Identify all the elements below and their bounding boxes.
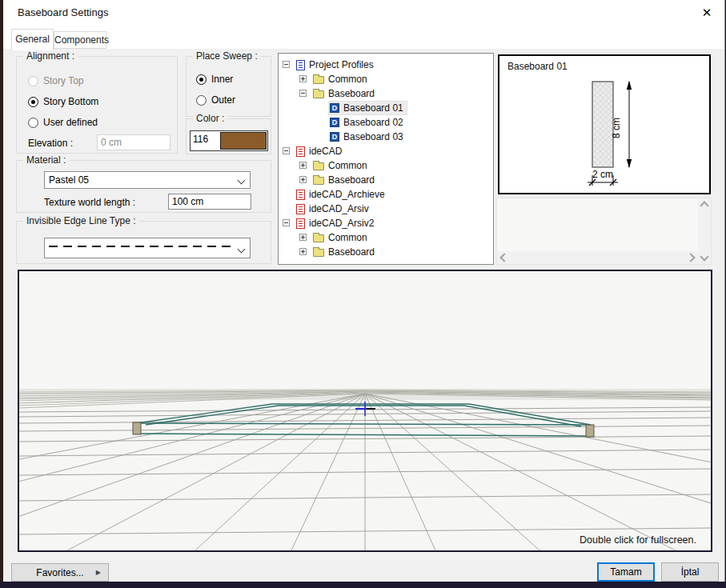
tree-item[interactable]: Common	[279, 158, 493, 173]
width-dim-label: 2 cm	[592, 169, 613, 180]
tree-item[interactable]: ideCAD	[279, 144, 493, 158]
tree-item-content[interactable]: ideCAD_Archieve	[295, 188, 388, 201]
close-icon: ✕	[702, 6, 712, 19]
tree-item-content[interactable]: Common	[312, 73, 371, 86]
tree-item[interactable]: ideCAD_Archieve	[279, 187, 493, 202]
tree-item-label: Baseboard 03	[343, 131, 403, 142]
elevation-input[interactable]: 0 cm	[97, 134, 170, 150]
scroll-down-icon[interactable]	[700, 252, 708, 261]
tree-item[interactable]: Project Profiles	[279, 58, 493, 72]
favorites-label: Favorites...	[36, 567, 83, 578]
close-button[interactable]: ✕	[699, 5, 715, 21]
collapse-icon[interactable]	[283, 147, 290, 154]
tree-item-content[interactable]: ideCAD_Arsiv2	[295, 217, 377, 230]
tree-item[interactable]: Baseboard	[279, 245, 493, 259]
material-select[interactable]: Pastel 05	[44, 171, 251, 189]
baseboard-settings-dialog: Baseboard Settings ✕ General Components …	[3, 0, 725, 582]
expand-icon[interactable]	[299, 75, 307, 82]
tree-item-content[interactable]: ideCAD_Arsiv	[295, 202, 372, 215]
scroll-left-icon[interactable]	[499, 253, 508, 262]
scroll-right-icon[interactable]	[686, 253, 695, 262]
section-preview-panel: Baseboard 01 8 cm 2 cm	[498, 54, 711, 194]
material-group: Material : Pastel 05 Texture world lengt…	[16, 160, 271, 213]
tree-item-content[interactable]: DBaseboard 02	[329, 116, 407, 129]
folder-icon	[313, 76, 324, 84]
color-swatch[interactable]	[220, 132, 267, 150]
color-legend: Color :	[193, 113, 227, 124]
fullscreen-hint: Double click for fullscreen.	[580, 534, 696, 546]
radio-label: Outer	[211, 94, 235, 106]
radio-user-defined[interactable]: User defined	[28, 116, 98, 129]
dashed-line-pattern-icon	[49, 246, 231, 247]
radio-label: Inner	[211, 74, 233, 85]
tree-item-content[interactable]: Baseboard	[312, 174, 378, 186]
tree-item-label: Baseboard 01	[343, 102, 403, 114]
color-group: Color : 116	[186, 118, 271, 154]
preview-scroll-area	[496, 198, 712, 265]
invisible-edge-group: Invisible Edge Line Type :	[16, 221, 271, 264]
radio-inner[interactable]: Inner	[196, 73, 233, 86]
radio-outer[interactable]: Outer	[196, 94, 235, 106]
expand-icon[interactable]	[299, 176, 307, 183]
tree-item-label: ideCAD	[309, 146, 342, 157]
collapse-icon[interactable]	[283, 61, 290, 68]
collapse-icon[interactable]	[283, 219, 290, 226]
tree-item-label: Baseboard 02	[343, 117, 403, 128]
expand-icon[interactable]	[299, 234, 307, 241]
expand-icon[interactable]	[299, 162, 307, 169]
tree-item[interactable]: Baseboard	[279, 86, 493, 101]
radio-label: Story Top	[43, 75, 83, 86]
chevron-down-icon	[238, 246, 246, 254]
document-red-icon	[296, 204, 305, 214]
tree-item-content[interactable]: Project Profiles	[295, 58, 377, 71]
alignment-legend: Alignment :	[23, 50, 78, 62]
title-bar: Baseboard Settings ✕	[3, 0, 724, 50]
line-type-select[interactable]	[44, 238, 251, 258]
tree-item-content[interactable]: Baseboard	[312, 87, 378, 100]
tree-item-content[interactable]: Common	[312, 159, 371, 172]
invisible-edge-legend: Invisible Edge Line Type :	[23, 215, 139, 226]
profile-tree-items: Project ProfilesCommonBaseboardDBaseboar…	[279, 58, 493, 259]
tree-item[interactable]: DBaseboard 03	[279, 130, 493, 144]
radio-label: Story Bottom	[43, 96, 98, 107]
tree-item[interactable]: Common	[279, 230, 493, 245]
tree-item[interactable]: DBaseboard 02	[279, 115, 493, 130]
favorites-button[interactable]: Favorites... ▶	[11, 563, 109, 582]
horizontal-scrollbar[interactable]	[497, 251, 698, 264]
cancel-button[interactable]: İptal	[661, 562, 719, 582]
tree-item-content[interactable]: DBaseboard 03	[329, 130, 407, 143]
tab-components[interactable]: Components	[54, 31, 106, 49]
scroll-up-icon[interactable]	[700, 201, 708, 210]
elevation-label: Elevation :	[28, 138, 73, 149]
folder-icon	[313, 90, 324, 98]
tree-item[interactable]: Baseboard	[279, 173, 493, 187]
folder-icon	[313, 162, 324, 170]
tree-item[interactable]: ideCAD_Arsiv2	[279, 216, 493, 230]
color-index-input[interactable]: 116	[191, 131, 219, 150]
height-dim-label: 8 cm	[611, 118, 622, 138]
tree-item-content[interactable]: Common	[312, 231, 371, 244]
tree-item[interactable]: DBaseboard 01	[279, 101, 493, 115]
material-legend: Material :	[23, 154, 69, 166]
radio-story-bottom[interactable]: Story Bottom	[28, 95, 98, 108]
tree-item-content[interactable]: DBaseboard 01	[329, 102, 407, 114]
tree-item[interactable]: ideCAD_Arsiv	[279, 202, 493, 216]
folder-icon	[313, 177, 324, 185]
folder-icon	[313, 249, 324, 257]
profile-tree[interactable]: Project ProfilesCommonBaseboardDBaseboar…	[278, 53, 494, 265]
texture-length-input[interactable]: 100 cm	[168, 194, 251, 210]
ok-button[interactable]: Tamam	[597, 562, 655, 582]
tree-item[interactable]: Common	[279, 72, 493, 86]
collapse-icon[interactable]	[299, 90, 307, 97]
color-control[interactable]: 116	[190, 130, 268, 151]
3d-viewport[interactable]: Double click for fullscreen.	[18, 270, 712, 552]
expand-icon[interactable]	[299, 248, 307, 255]
place-sweep-group: Place Sweep : Inner Outer	[186, 56, 271, 117]
document-blue-icon	[296, 60, 305, 70]
tab-general[interactable]: General	[11, 29, 54, 50]
tree-item-content[interactable]: Baseboard	[312, 246, 378, 258]
document-red-icon	[296, 218, 305, 229]
vertical-scrollbar[interactable]	[698, 198, 711, 264]
tree-item-content[interactable]: ideCAD	[295, 145, 345, 158]
radio-story-top[interactable]: Story Top	[28, 74, 83, 87]
